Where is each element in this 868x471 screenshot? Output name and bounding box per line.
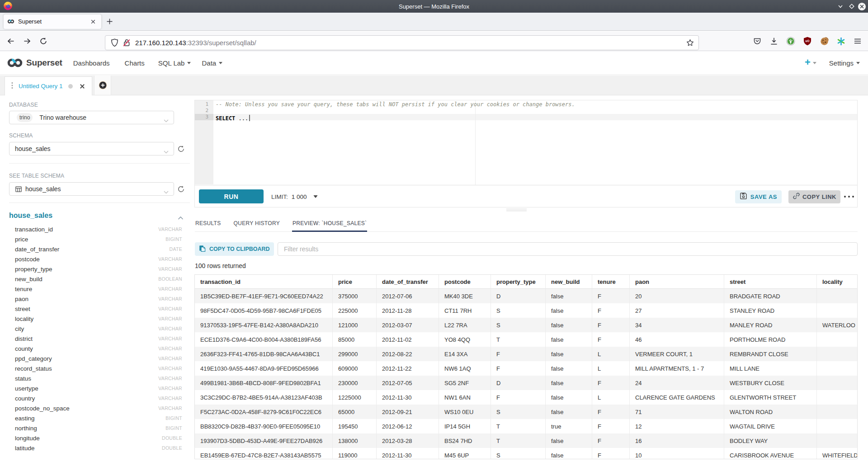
table-header-cell[interactable]: date_of_transfer: [377, 275, 439, 289]
schema-column-row[interactable]: usertypeVARCHAR: [0, 383, 192, 393]
copy-to-clipboard-button[interactable]: COPY TO CLIPBOARD: [195, 242, 274, 256]
cookie-icon[interactable]: [820, 37, 829, 46]
nav-dashboards[interactable]: Dashboards: [73, 59, 110, 67]
table-header-cell[interactable]: street: [724, 275, 817, 289]
forward-icon[interactable]: [20, 34, 34, 48]
refresh-table-icon[interactable]: [176, 184, 185, 193]
pane-drag-handle[interactable]: [506, 209, 527, 212]
schema-column-row[interactable]: postcodeVARCHAR: [0, 254, 192, 264]
extension-asterisk-icon[interactable]: [836, 37, 845, 46]
window-minimize-icon[interactable]: [837, 3, 844, 9]
reload-icon[interactable]: [36, 34, 51, 48]
table-header-cell[interactable]: transaction_id: [195, 275, 333, 289]
nav-sql-lab[interactable]: SQL Lab: [158, 59, 191, 67]
sql-editor[interactable]: 1 2 3 -- Note: Unless you save your quer…: [194, 100, 858, 185]
table-row[interactable]: F5C273AC-0D2A-458F-8279-9C61F0C22EC66500…: [195, 405, 858, 419]
query-tab-close-icon[interactable]: [80, 84, 85, 89]
lock-broken-icon[interactable]: [123, 38, 131, 47]
superset-brand[interactable]: Superset: [26, 58, 62, 68]
schema-column-row[interactable]: paonVARCHAR: [0, 294, 192, 304]
table-row[interactable]: 193907D3-5DBD-453D-A49E-9FEE27DAB9261380…: [195, 433, 858, 448]
table-row[interactable]: EB1459EB-67ED-47C8-B2E7-A38143AB55751190…: [195, 448, 858, 459]
table-header-cell[interactable]: postcode: [439, 275, 491, 289]
tab-preview[interactable]: PREVIEW: `HOUSE_SALES`: [292, 215, 367, 231]
downloads-icon[interactable]: [769, 37, 778, 46]
more-options-button[interactable]: [844, 196, 854, 198]
column-name: usertype: [15, 385, 38, 392]
ublock-icon[interactable]: uO: [803, 37, 812, 46]
schema-column-row[interactable]: statusVARCHAR: [0, 373, 192, 383]
schema-column-row[interactable]: cityVARCHAR: [0, 324, 192, 334]
run-button[interactable]: RUN: [199, 189, 264, 203]
schema-column-row[interactable]: streetVARCHAR: [0, 304, 192, 314]
collapse-chevron-up-icon[interactable]: [178, 214, 185, 221]
table-row[interactable]: 1B5C39ED-BE7F-41EF-9E71-9C60EED74A223750…: [195, 289, 858, 303]
nav-settings[interactable]: Settings: [829, 59, 860, 67]
schema-column-row[interactable]: postcode_no_spaceVARCHAR: [0, 403, 192, 413]
limit-dropdown[interactable]: LIMIT: 1 000: [271, 185, 318, 208]
url-text[interactable]: 217.160.120.143:32393/superset/sqllab/: [135, 39, 686, 47]
table-row[interactable]: 98F5DC47-0D05-4D59-95B7-98CA6F1FDE052250…: [195, 303, 858, 318]
add-new-button[interactable]: +: [805, 59, 816, 67]
schema-column-row[interactable]: localityVARCHAR: [0, 314, 192, 324]
query-tab-title[interactable]: Untitled Query 1: [19, 83, 63, 89]
table-header-cell[interactable]: price: [333, 275, 377, 289]
shield-icon[interactable]: [111, 38, 118, 47]
schema-column-row[interactable]: new_buildBOOLEAN: [0, 274, 192, 284]
refresh-schema-icon[interactable]: [176, 144, 185, 153]
schema-column-row[interactable]: ppd_categoryVARCHAR: [0, 353, 192, 363]
schema-column-row[interactable]: latitudeDOUBLE: [0, 443, 192, 453]
table-schema-title[interactable]: house_sales: [9, 212, 52, 220]
window-maximize-icon[interactable]: [849, 3, 855, 9]
schema-column-row[interactable]: longitudeDOUBLE: [0, 433, 192, 443]
copy-link-button[interactable]: COPY LINK: [788, 190, 840, 203]
schema-column-row[interactable]: countyVARCHAR: [0, 344, 192, 353]
table-header-cell[interactable]: property_type: [491, 275, 546, 289]
schema-column-row[interactable]: northingBIGINT: [0, 423, 192, 433]
nav-charts[interactable]: Charts: [125, 59, 145, 67]
schema-column-row[interactable]: countryVARCHAR: [0, 393, 192, 403]
table-row[interactable]: 2636F323-FF41-4765-81DB-98CAA6A43BC12990…: [195, 347, 858, 361]
browser-tab[interactable]: Superset: [4, 14, 101, 29]
browser-new-tab-icon[interactable]: [102, 14, 117, 29]
table-header-cell[interactable]: new_build: [546, 275, 592, 289]
schema-column-row[interactable]: date_of_transferDATE: [0, 244, 192, 254]
schema-column-row[interactable]: eastingBIGINT: [0, 413, 192, 423]
add-query-tab-icon[interactable]: [94, 75, 111, 95]
query-tab[interactable]: Untitled Query 1: [5, 76, 92, 95]
schema-column-row[interactable]: priceBIGINT: [0, 234, 192, 244]
pocket-icon[interactable]: [753, 37, 762, 46]
schema-select[interactable]: house_sales: [9, 142, 174, 155]
window-close-icon[interactable]: [858, 2, 866, 11]
save-as-button[interactable]: SAVE AS: [735, 190, 782, 203]
table-header-cell[interactable]: paon: [630, 275, 724, 289]
schema-column-row[interactable]: transaction_idVARCHAR: [0, 224, 192, 234]
browser-tab-close-icon[interactable]: [89, 17, 98, 26]
nav-data[interactable]: Data: [202, 59, 222, 67]
table-row[interactable]: 499B1981-3B6B-4BCD-808F-9FED9802BFA12300…: [195, 376, 858, 390]
tab-results[interactable]: RESULTS: [195, 215, 222, 231]
menu-hamburger-icon[interactable]: [853, 37, 862, 46]
table-cell: false: [546, 318, 592, 332]
bookmark-star-icon[interactable]: [686, 39, 694, 47]
table-header-cell[interactable]: locality: [817, 275, 858, 289]
table-row[interactable]: BB8320C9-D82B-4B37-90E0-9FEE05095E101954…: [195, 419, 858, 433]
table-select[interactable]: house_sales: [9, 182, 174, 196]
table-row[interactable]: 3C3C29DC-B7B2-4BE5-914A-A38123AF403B1225…: [195, 390, 858, 405]
tab-query-history[interactable]: QUERY HISTORY: [233, 215, 280, 231]
schema-column-row[interactable]: property_typeVARCHAR: [0, 264, 192, 274]
table-row[interactable]: ECE1D376-C9A6-4C00-B004-A380B189FA568500…: [195, 332, 858, 347]
url-bar[interactable]: 217.160.120.143:32393/superset/sqllab/: [105, 35, 699, 50]
extension-green-icon[interactable]: [786, 37, 795, 46]
schema-column-row[interactable]: tenureVARCHAR: [0, 284, 192, 294]
database-select[interactable]: trino Trino warehouse: [9, 111, 174, 124]
back-icon[interactable]: [4, 34, 18, 48]
table-row[interactable]: 91370533-19F5-47FE-B142-A380A8ADA2101210…: [195, 318, 858, 332]
schema-column-row[interactable]: record_statusVARCHAR: [0, 363, 192, 373]
table-header-cell[interactable]: tenure: [592, 275, 630, 289]
filter-results-input[interactable]: [278, 242, 858, 256]
table-row[interactable]: 419E1030-9A55-4467-8DA9-9FED95D659666090…: [195, 361, 858, 376]
drag-handle-icon[interactable]: [11, 82, 13, 91]
superset-logo-icon[interactable]: [6, 57, 24, 68]
schema-column-row[interactable]: districtVARCHAR: [0, 334, 192, 344]
